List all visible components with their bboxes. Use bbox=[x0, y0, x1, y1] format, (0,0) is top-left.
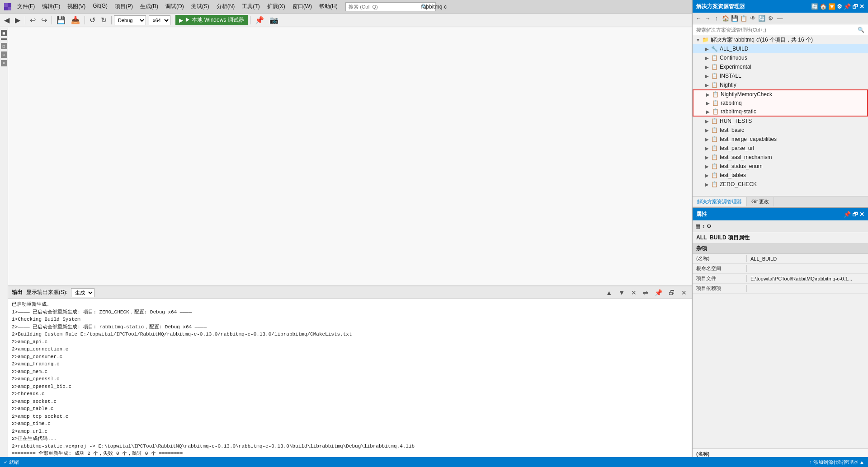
status-vcs[interactable]: ↑ 添加到源代码管理器 ▲ bbox=[810, 459, 865, 466]
menu-test[interactable]: 测试(S) bbox=[188, 1, 213, 12]
tree-item-test-tables[interactable]: ▶ 📋 test_tables bbox=[693, 171, 868, 180]
se-nav-solution[interactable]: 解决方案资源管理器 bbox=[693, 197, 747, 206]
se-search-bar[interactable]: 🔍 bbox=[693, 24, 868, 35]
se-refresh-icon[interactable]: 🔄 bbox=[758, 14, 766, 23]
solution-explorer-header: 解决方案资源管理器 🔄 🏠 🔽 ⚙ 📌 🗗 ✕ bbox=[693, 0, 868, 13]
tree-item-test-merge[interactable]: ▶ 📋 test_merge_capabilities bbox=[693, 135, 868, 144]
output-clear[interactable]: ✕ bbox=[630, 289, 638, 297]
menu-debug[interactable]: 调试(D) bbox=[162, 1, 188, 12]
se-up-icon[interactable]: ↑ bbox=[712, 14, 721, 23]
se-home2-icon[interactable]: 🏠 bbox=[722, 14, 730, 23]
output-scroll-up[interactable]: ▲ bbox=[604, 289, 613, 297]
undo-button[interactable]: ↩ bbox=[28, 14, 38, 26]
menu-extensions[interactable]: 扩展(X) bbox=[264, 1, 289, 12]
tree-item-install[interactable]: ▶ 📋 INSTALL bbox=[693, 71, 868, 80]
output-float[interactable]: 🗗 bbox=[667, 289, 676, 297]
run-tests-label: RUN_TESTS bbox=[720, 118, 866, 124]
menu-project[interactable]: 项目(P) bbox=[111, 1, 137, 12]
editor-area[interactable] bbox=[8, 28, 692, 285]
se-show-all-icon[interactable]: 👁 bbox=[749, 14, 757, 23]
se-float-icon[interactable]: 🗗 bbox=[852, 3, 858, 10]
output-pin[interactable]: 📌 bbox=[653, 289, 664, 297]
svg-rect-1 bbox=[8, 3, 11, 7]
se-forward-icon[interactable]: → bbox=[703, 14, 712, 23]
tree-item-zero-check[interactable]: ▶ 📋 ZERO_CHECK bbox=[693, 180, 868, 189]
props-grid-icon[interactable]: ▦ bbox=[695, 223, 700, 229]
tree-root-item[interactable]: ▼ 📁 解决方案'rabbitmq-c'(16 个项目，共 16 个) bbox=[693, 35, 868, 44]
redo2-button[interactable]: ↻ bbox=[99, 14, 109, 26]
play-icon: ▶ bbox=[179, 17, 183, 23]
props-name-label-4: 项目依赖项 bbox=[693, 285, 747, 292]
tree-item-continuous[interactable]: ▶ 📋 Continuous bbox=[693, 53, 868, 62]
se-settings2-icon[interactable]: ⚙ bbox=[767, 14, 775, 23]
separator-5 bbox=[173, 16, 173, 24]
run-debug-button[interactable]: ▶ ▶ 本地 Windows 调试器 bbox=[175, 15, 248, 25]
config-select[interactable]: Debug Release bbox=[114, 15, 146, 25]
activity-item-2[interactable] bbox=[1, 38, 7, 40]
menu-help[interactable]: 帮助(H) bbox=[316, 1, 341, 12]
camera-button[interactable]: 📷 bbox=[267, 14, 281, 26]
menu-view[interactable]: 视图(V) bbox=[64, 1, 89, 12]
se-nav-git[interactable]: Git 更改 bbox=[747, 197, 774, 206]
output-source-select[interactable]: 生成 调试 bbox=[71, 288, 94, 297]
menu-build[interactable]: 生成(B) bbox=[137, 1, 162, 12]
search-input[interactable] bbox=[349, 4, 421, 9]
props-header: 属性 📌 🗗 ✕ bbox=[693, 208, 868, 220]
redo-button[interactable]: ↪ bbox=[39, 14, 49, 26]
activity-item-3[interactable]: ◻ bbox=[1, 43, 7, 49]
menu-file[interactable]: 文件(F) bbox=[14, 1, 38, 12]
forward-button[interactable]: ▶ bbox=[13, 14, 23, 26]
save-all-button[interactable]: 📥 bbox=[69, 14, 82, 26]
se-filter2-icon[interactable]: — bbox=[776, 14, 784, 23]
tree-item-rabbitmq[interactable]: ▶ 📋 rabbitmq bbox=[693, 98, 868, 107]
output-close[interactable]: ✕ bbox=[680, 289, 688, 297]
platform-select[interactable]: x64 x86 bbox=[149, 15, 170, 25]
se-home-icon[interactable]: 🏠 bbox=[820, 3, 827, 10]
tree-item-test-basic[interactable]: ▶ 📋 test_basic bbox=[693, 126, 868, 135]
se-props-icon[interactable]: 📋 bbox=[740, 14, 748, 23]
tree-item-all-build[interactable]: ▶ 🔧 ALL_BUILD bbox=[693, 44, 868, 53]
se-back-icon[interactable]: ← bbox=[694, 14, 703, 23]
se-close-icon[interactable]: ✕ bbox=[859, 3, 864, 10]
se-save-icon[interactable]: 💾 bbox=[731, 14, 739, 23]
experimental-label: Experimental bbox=[720, 64, 866, 70]
props-settings-icon[interactable]: ⚙ bbox=[707, 223, 712, 229]
se-filter-icon[interactable]: 🔽 bbox=[828, 3, 835, 10]
activity-item-5[interactable]: ≡ bbox=[1, 60, 7, 66]
menu-window[interactable]: 窗口(W) bbox=[289, 1, 316, 12]
save-button[interactable]: 💾 bbox=[54, 14, 68, 26]
test-merge-icon: 📋 bbox=[711, 135, 718, 143]
output-content[interactable]: 已启动重新生成…1>———— 已启动全部重新生成: 项目: ZERO_CHECK… bbox=[8, 299, 692, 457]
se-pin-icon[interactable]: 📌 bbox=[844, 3, 851, 10]
root-expand-icon: ▼ bbox=[694, 37, 702, 42]
tree-item-test-sasl[interactable]: ▶ 📋 test_sasl_mechanism bbox=[693, 153, 868, 162]
props-close-icon[interactable]: ✕ bbox=[859, 211, 864, 218]
back-button[interactable]: ◀ bbox=[2, 14, 12, 26]
tree-item-nightly[interactable]: ▶ 📋 Nightly bbox=[693, 80, 868, 89]
tree-item-test-status[interactable]: ▶ 📋 test_status_enum bbox=[693, 162, 868, 171]
tree-item-test-parse[interactable]: ▶ 📋 test_parse_url bbox=[693, 144, 868, 153]
se-settings-icon[interactable]: ⚙ bbox=[837, 3, 842, 10]
menu-analyze[interactable]: 分析(N) bbox=[213, 1, 239, 12]
attach-button[interactable]: 📌 bbox=[253, 14, 266, 26]
output-scroll-down[interactable]: ▼ bbox=[617, 289, 626, 297]
props-float-icon[interactable]: 🗗 bbox=[852, 211, 858, 218]
menu-git[interactable]: Git(G) bbox=[89, 1, 111, 12]
menu-edit[interactable]: 编辑(E) bbox=[38, 1, 64, 12]
tree-item-nightly-memory[interactable]: ▶ 📋 NightlyMemoryCheck bbox=[693, 89, 868, 98]
zero-check-expand: ▶ bbox=[703, 182, 711, 187]
props-pin-icon[interactable]: 📌 bbox=[844, 211, 851, 218]
undo2-button[interactable]: ↺ bbox=[87, 14, 98, 26]
output-wrap[interactable]: ⇌ bbox=[642, 289, 650, 297]
zero-check-label: ZERO_CHECK bbox=[720, 181, 866, 187]
tree-item-experimental[interactable]: ▶ 📋 Experimental bbox=[693, 62, 868, 71]
se-sync-icon[interactable]: 🔄 bbox=[811, 3, 818, 10]
nightly-memory-icon: 📋 bbox=[712, 91, 719, 98]
tree-item-rabbitmq-static[interactable]: ▶ 📋 rabbitmq-static bbox=[693, 107, 868, 117]
se-search-input[interactable] bbox=[696, 27, 858, 33]
activity-item-1[interactable]: ◼ bbox=[1, 30, 7, 36]
tree-item-run-tests[interactable]: ▶ 📋 RUN_TESTS bbox=[693, 117, 868, 126]
menu-tools[interactable]: 工具(T) bbox=[238, 1, 263, 12]
activity-item-4[interactable]: ⊕ bbox=[1, 51, 7, 58]
props-sort-icon[interactable]: ↕ bbox=[702, 223, 705, 229]
